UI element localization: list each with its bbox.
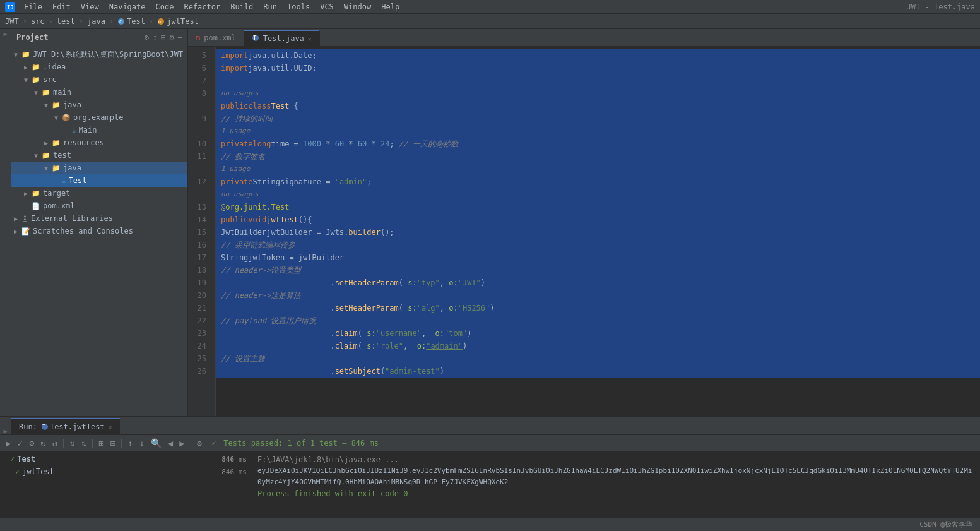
tree-label-main-class: Main — [79, 126, 97, 134]
test-item-test[interactable]: ✓ Test 846 ms — [0, 453, 252, 465]
next-fail-btn[interactable]: ▶ — [177, 437, 186, 450]
menu-navigate[interactable]: Navigate — [105, 1, 150, 13]
menu-window[interactable]: Window — [340, 1, 375, 13]
line-20: 20 — [191, 289, 210, 302]
code-line-24: .claim( s: "role", o: "admain") — [216, 340, 980, 352]
toolbar-sep-4 — [191, 439, 191, 448]
sidebar-title: Project — [16, 33, 49, 42]
tree-item-java-test[interactable]: ▼ 📁 java — [11, 162, 187, 174]
tree-item-resources[interactable]: ▶ 📁 resources — [11, 136, 187, 149]
code-line-23: .claim( s: "username", o: "tom") — [216, 327, 980, 340]
tree-item-main[interactable]: ▼ 📁 main — [11, 86, 187, 98]
menu-tools[interactable]: Tools — [283, 1, 314, 13]
test-jwt-label: jwtTest — [22, 467, 54, 476]
tree-label-org-example: org.example — [73, 113, 123, 122]
menu-vcs[interactable]: VCS — [316, 1, 338, 13]
sort-dur-btn[interactable]: ⇅ — [80, 437, 88, 450]
sidebar-gear-icon[interactable]: ⚙ — [170, 33, 174, 42]
sidebar-sort-icon[interactable]: ↕ — [153, 33, 157, 42]
code-line-18: // header->设置类型 — [216, 264, 980, 277]
tree-item-main-class[interactable]: ☕ Main — [11, 124, 187, 136]
test-item-jwttest[interactable]: ✓ jwtTest 846 ms — [0, 465, 252, 478]
search-btn[interactable]: 🔍 — [149, 437, 163, 450]
breadcrumb-src[interactable]: src — [31, 17, 45, 26]
breadcrumb-sep-4: › — [109, 17, 114, 26]
expand-btn[interactable]: ⊞ — [97, 437, 105, 450]
breadcrumb-test[interactable]: test — [57, 17, 75, 26]
rerun-btn[interactable]: ↻ — [38, 437, 47, 450]
main-area: ◀ Project ⚙ ↕ ⊞ ⚙ — ▼ 📁 JWT D:\系统默认\桌面\S… — [0, 29, 980, 416]
bottom-content: ✓ Test 846 ms ✓ jwtTest 846 ms E:\JAVA\j… — [0, 451, 980, 517]
bottom-stripe-icon[interactable]: ▶ — [3, 427, 7, 434]
menu-code[interactable]: Code — [152, 1, 178, 13]
breadcrumb-jwt[interactable]: JWT — [5, 17, 19, 26]
tree-item-test-class[interactable]: ☕ Test — [11, 174, 187, 187]
settings-run-btn[interactable]: ⚙ — [195, 437, 204, 450]
tab-close-test[interactable]: ✕ — [308, 35, 312, 42]
line-26: 26 — [191, 365, 210, 378]
svg-text:T: T — [253, 35, 256, 41]
prev-fail-btn[interactable]: ◀ — [166, 437, 175, 450]
run-tab-close[interactable]: ✕ — [109, 424, 112, 431]
code-line-16: // 采用链式编程传参 — [216, 239, 980, 251]
test-java-icon: T — [252, 34, 259, 44]
tree-arrow: ▼ — [14, 51, 21, 58]
output-jwt-line: eyJDeXAiOiJKV1QiLCJhbGciOiJIUzI1NiJ9.eyJ… — [257, 465, 975, 488]
sidebar-group-icon[interactable]: ⊞ — [161, 33, 165, 42]
sidebar-header: Project ⚙ ↕ ⊞ ⚙ — — [11, 29, 187, 45]
line-17: 17 — [191, 251, 210, 264]
line-9b — [191, 125, 210, 138]
tree-item-org-example[interactable]: ▼ 📦 org.example — [11, 111, 187, 124]
sidebar-settings-icon[interactable]: ⚙ — [145, 33, 149, 42]
stop-btn[interactable]: ⊘ — [27, 437, 36, 450]
tree-item-test[interactable]: ▼ 📁 test — [11, 149, 187, 162]
check-btn[interactable]: ✓ — [15, 437, 24, 450]
code-line-25: // 设置主题 — [216, 352, 980, 365]
code-editor[interactable]: 5 6 7 ▶ 8 9 10 11 12 13 — [188, 47, 980, 416]
toolbar-sep-2 — [92, 439, 93, 448]
scroll-down-btn[interactable]: ↓ — [137, 437, 146, 450]
breadcrumb-test-class[interactable]: C Test — [117, 17, 145, 26]
collapse-btn[interactable]: ⊟ — [109, 437, 117, 450]
line-numbers: 5 6 7 ▶ 8 9 10 11 12 13 — [188, 47, 216, 416]
code-lines[interactable]: import java.util.Date; import java.util.… — [216, 47, 980, 416]
tab-pom-xml[interactable]: m pom.xml — [188, 30, 244, 46]
line-15: 15 — [191, 226, 210, 239]
scroll-up-btn[interactable]: ↑ — [126, 437, 134, 450]
status-bar: CSDN @极客李华 — [0, 517, 980, 531]
left-stripe-icon: ◀ — [2, 32, 9, 39]
line-5: 5 — [191, 49, 210, 62]
sort-alpha-btn[interactable]: ⇅ — [68, 437, 76, 450]
tree-label-idea: .idea — [43, 63, 66, 71]
menu-view[interactable]: View — [77, 1, 103, 13]
tree-item-scratches[interactable]: ▶ 📝 Scratches and Consoles — [11, 225, 187, 237]
line-11b — [191, 163, 210, 176]
tree-item-src[interactable]: ▼ 📁 src — [11, 73, 187, 86]
tab-test-java[interactable]: T Test.java ✕ — [244, 30, 320, 46]
output-success-line: Process finished with exit code 0 — [257, 488, 975, 499]
tree-arrow-idea: ▶ — [24, 64, 32, 71]
tree-item-java-main[interactable]: ▼ 📁 java — [11, 98, 187, 111]
folder-icon-target: 📁 — [32, 189, 40, 198]
bottom-tab-run[interactable]: Run: T Test.jwtTest ✕ — [11, 418, 120, 434]
sidebar-close-icon[interactable]: — — [178, 33, 182, 42]
line-23: 23 — [191, 327, 210, 340]
line-7: 7 — [191, 75, 210, 87]
tree-arrow-target: ▶ — [24, 190, 32, 197]
breadcrumb-jwttest[interactable]: m jwtTest — [157, 17, 199, 26]
menu-build[interactable]: Build — [227, 1, 257, 13]
menu-edit[interactable]: Edit — [49, 1, 74, 13]
breadcrumb-java[interactable]: java — [87, 17, 105, 26]
menu-help[interactable]: Help — [377, 1, 403, 13]
run-btn[interactable]: ▶ — [4, 437, 13, 450]
tree-item-target[interactable]: ▶ 📁 target — [11, 187, 187, 200]
tree-item-ext-libs[interactable]: ▶ 🗄 External Libraries — [11, 212, 187, 225]
rerun-failed-btn[interactable]: ↺ — [50, 437, 59, 450]
breadcrumb-sep-2: › — [49, 17, 53, 26]
tree-item-pom[interactable]: 📄 pom.xml — [11, 200, 187, 212]
menu-refactor[interactable]: Refactor — [180, 1, 224, 13]
tree-item-idea[interactable]: ▶ 📁 .idea — [11, 61, 187, 73]
tree-item-jwt-root[interactable]: ▼ 📁 JWT D:\系统默认\桌面\SpringBoot\JWT — [11, 48, 187, 61]
menu-file[interactable]: File — [20, 1, 46, 13]
menu-run[interactable]: Run — [259, 1, 281, 13]
